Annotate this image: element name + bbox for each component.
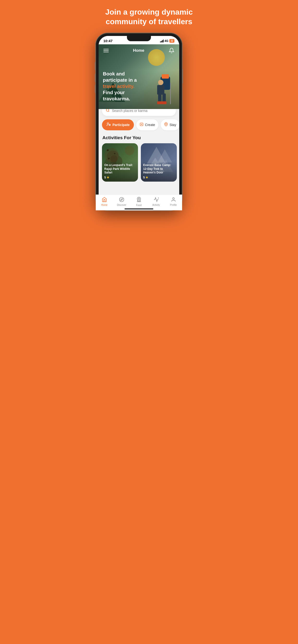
activities-scroll: On a Leopard's Trail: Rajaji Park Wildli… (99, 143, 179, 182)
feed-icon (136, 197, 142, 203)
network-label: 4G (165, 39, 169, 43)
search-container[interactable] (102, 109, 176, 116)
nav-label-activity: Activity (152, 204, 160, 206)
phone-frame: 10:47 4G 32 (96, 33, 182, 210)
signal-bars (160, 40, 164, 42)
svg-point-11 (158, 198, 159, 198)
card-2-rating: 5 ★ (143, 176, 175, 179)
status-icons: 4G 32 (160, 39, 175, 43)
stay-icon (164, 122, 168, 127)
notification-bell-icon[interactable] (169, 48, 175, 54)
search-input[interactable] (112, 109, 172, 112)
create-icon (140, 122, 143, 127)
bottom-navigation: Home Discover (99, 194, 179, 208)
svg-point-10 (138, 198, 139, 200)
activity-icon (154, 197, 159, 203)
action-buttons: Participate Create (99, 119, 179, 134)
card-1-rating: 5 ★ (104, 176, 135, 179)
page-headline: Join a growing dynamic community of trav… (96, 7, 203, 26)
hero-section: Home Book and participate in a travel ac… (99, 44, 179, 109)
svg-point-12 (173, 198, 174, 199)
hero-main-text: Book and participate in a travel activit… (103, 71, 175, 102)
activity-card-1[interactable]: On a Leopard's Trail: Rajaji Park Wildli… (102, 143, 138, 182)
menu-icon[interactable] (103, 49, 109, 52)
nav-label-feed: Feed (136, 204, 141, 206)
activity-card-2[interactable]: Everest Base Camp: 12-Day Trek to Heaven… (141, 143, 177, 182)
hero-title: Home (133, 48, 144, 53)
nav-item-profile[interactable]: Profile (165, 197, 179, 206)
svg-line-1 (108, 111, 109, 112)
main-content: Participate Create (99, 109, 179, 208)
activities-section-title: Activities For You (99, 134, 179, 143)
nav-item-feed[interactable]: Feed (130, 197, 147, 206)
nav-item-activity[interactable]: Activity (147, 197, 165, 206)
battery-badge: 32 (169, 39, 175, 43)
hero-text: Book and participate in a travel activit… (103, 71, 175, 102)
hero-topbar: Home (99, 44, 179, 57)
card-1-overlay: On a Leopard's Trail: Rajaji Park Wildli… (102, 161, 138, 182)
card-2-overlay: Everest Base Camp: 12-Day Trek to Heaven… (141, 161, 177, 182)
page-background: Join a growing dynamic community of trav… (96, 7, 203, 210)
card-1-title: On a Leopard's Trail: Rajaji Park Wildli… (104, 164, 135, 175)
search-icon (106, 109, 110, 113)
nav-label-profile: Profile (170, 204, 177, 206)
hero-accent-text: travel activity. (103, 84, 135, 89)
card-2-title: Everest Base Camp: 12-Day Trek to Heaven… (143, 164, 175, 175)
nav-label-home: Home (101, 204, 107, 206)
status-bar: 10:47 4G 32 (99, 36, 179, 44)
nav-item-home[interactable]: Home (99, 197, 113, 206)
nav-item-discover[interactable]: Discover (113, 197, 130, 206)
svg-point-7 (166, 124, 167, 124)
profile-icon (171, 197, 176, 203)
svg-point-2 (107, 123, 109, 124)
participate-button[interactable]: Participate (102, 119, 134, 130)
svg-marker-9 (121, 198, 123, 200)
discover-icon (119, 197, 124, 203)
star-icon-2: ★ (145, 176, 148, 179)
star-icon-1: ★ (106, 176, 109, 179)
notch (127, 36, 151, 41)
stay-button[interactable]: Stay (161, 119, 179, 130)
svg-point-8 (119, 198, 124, 202)
create-button[interactable]: Create (136, 119, 158, 130)
participate-icon (106, 122, 111, 128)
phone-screen: 10:47 4G 32 (99, 36, 179, 208)
home-icon (102, 197, 107, 203)
nav-label-discover: Discover (117, 204, 126, 206)
status-time: 10:47 (103, 39, 112, 43)
